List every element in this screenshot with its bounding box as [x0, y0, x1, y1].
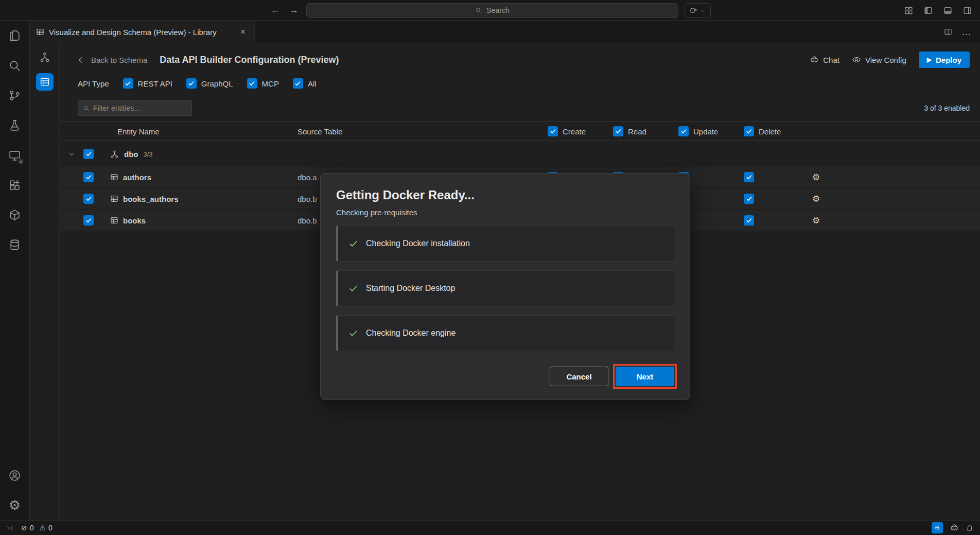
- explorer-icon[interactable]: [0, 21, 29, 50]
- notifications-bell-icon[interactable]: [966, 524, 974, 532]
- zoom-indicator[interactable]: [932, 522, 943, 533]
- designer-rail: [30, 43, 60, 520]
- table-icon: [110, 216, 118, 225]
- checkbox-delete[interactable]: [744, 215, 754, 226]
- remote-indicator[interactable]: [6, 524, 14, 532]
- tab-bar: Visualize and Design Schema (Preview) - …: [30, 21, 980, 43]
- session-button[interactable]: [685, 3, 711, 18]
- copilot-icon: [810, 55, 819, 64]
- warning-icon: ⚠: [40, 524, 46, 532]
- table-header: Entity Name Source Table Create Read: [60, 122, 980, 141]
- toggle-sidebar-left-icon[interactable]: [924, 6, 933, 15]
- deploy-button[interactable]: ▶ Deploy: [919, 51, 970, 68]
- row-settings-gear-icon[interactable]: ⚙: [812, 194, 820, 204]
- warning-count: 0: [48, 524, 52, 532]
- api-type-row: API Type REST API GraphQL MCP: [60, 72, 980, 95]
- check-icon: [348, 329, 358, 338]
- back-label: Back to Schema: [91, 56, 147, 64]
- deploy-label: Deploy: [936, 56, 961, 64]
- checkbox-delete[interactable]: [744, 172, 754, 182]
- group-count: 3/3: [144, 150, 153, 158]
- view-config-button[interactable]: View Config: [852, 55, 906, 64]
- back-to-schema-link[interactable]: Back to Schema: [78, 56, 147, 64]
- customize-layout-icon[interactable]: [904, 6, 913, 15]
- group-expand[interactable]: [60, 150, 83, 158]
- tab-schema-designer[interactable]: Visualize and Design Schema (Preview) - …: [30, 21, 255, 43]
- error-count: 0: [30, 524, 34, 532]
- nav-back-icon[interactable]: ←: [269, 5, 282, 16]
- remote-explorer-icon[interactable]: ×: [0, 140, 29, 170]
- api-builder-config-icon[interactable]: [36, 73, 54, 91]
- col-read: Read: [613, 126, 678, 136]
- col-delete: Delete: [744, 126, 809, 136]
- entity-name: books_authors: [123, 195, 179, 203]
- filter-text-field[interactable]: [93, 104, 187, 112]
- schema-visualize-icon[interactable]: [36, 48, 54, 66]
- checkbox-all[interactable]: [293, 78, 303, 89]
- tab-title: Visualize and Design Schema (Preview) - …: [49, 28, 217, 37]
- checkbox-row[interactable]: [83, 215, 94, 226]
- option-all[interactable]: All: [293, 78, 317, 89]
- group-row-dbo[interactable]: dbo 3/3: [60, 141, 980, 167]
- checkbox-row[interactable]: [83, 194, 94, 204]
- checkbox-update-all[interactable]: [678, 126, 689, 136]
- filter-search-icon: [83, 105, 90, 112]
- cancel-button[interactable]: Cancel: [550, 367, 608, 386]
- check-icon: [348, 284, 358, 294]
- checkbox-mcp[interactable]: [247, 78, 257, 89]
- test-explorer-icon[interactable]: [0, 110, 29, 140]
- checkbox-rest-api[interactable]: [123, 78, 133, 89]
- vscode-window: ← → Search: [0, 0, 980, 535]
- split-editor-icon[interactable]: [944, 28, 952, 36]
- checkbox-delete[interactable]: [744, 194, 754, 204]
- tab-close-icon[interactable]: ×: [238, 27, 248, 37]
- command-center: ← → Search: [269, 0, 711, 21]
- checkbox-read-all[interactable]: [613, 126, 623, 136]
- next-button[interactable]: Next: [616, 367, 674, 386]
- chat-button[interactable]: Chat: [810, 55, 839, 64]
- extensions-icon[interactable]: [0, 170, 29, 200]
- status-bar: ⊘ 0 ⚠ 0: [0, 520, 980, 535]
- chevron-down-icon: [700, 8, 706, 13]
- database-icon[interactable]: [0, 230, 29, 260]
- option-mcp[interactable]: MCP: [247, 78, 279, 89]
- problems-indicator[interactable]: ⊘ 0 ⚠ 0: [21, 524, 52, 532]
- session-icon: [690, 7, 697, 14]
- row-settings-gear-icon[interactable]: ⚙: [812, 172, 820, 182]
- checkbox-graphql[interactable]: [186, 78, 197, 89]
- more-actions-icon[interactable]: …: [961, 26, 972, 38]
- containers-icon[interactable]: [0, 200, 29, 230]
- checkbox-delete-all[interactable]: [744, 126, 754, 136]
- nav-forward-icon[interactable]: →: [288, 5, 300, 16]
- col-source-table: Source Table: [297, 127, 548, 136]
- source-control-icon[interactable]: [0, 80, 29, 110]
- search-view-icon[interactable]: [0, 50, 29, 80]
- entity-name: authors: [123, 173, 151, 182]
- option-rest-api[interactable]: REST API: [123, 78, 172, 89]
- page-header: Back to Schema Data API Builder Configur…: [60, 43, 980, 72]
- checkbox-row[interactable]: [83, 172, 94, 182]
- eye-icon: [852, 55, 861, 64]
- search-icon: [475, 7, 482, 14]
- dialog-title: Getting Docker Ready...: [336, 188, 674, 202]
- option-graphql[interactable]: GraphQL: [186, 78, 233, 89]
- col-update: Update: [678, 126, 744, 136]
- copilot-status-icon[interactable]: [950, 523, 959, 532]
- settings-gear-icon[interactable]: ⚙: [0, 490, 29, 520]
- checkbox-create-all[interactable]: [548, 126, 558, 136]
- option-label: REST API: [138, 79, 172, 88]
- toggle-sidebar-right-icon[interactable]: [963, 6, 972, 15]
- filter-entities-input[interactable]: [78, 100, 192, 116]
- tab-schema-icon: [36, 28, 44, 36]
- row-settings-gear-icon[interactable]: ⚙: [812, 216, 820, 226]
- title-bar: ← → Search: [0, 0, 980, 21]
- search-input[interactable]: Search: [306, 3, 678, 18]
- step-label: Checking Docker engine: [366, 329, 456, 338]
- error-icon: ⊘: [21, 524, 27, 532]
- toggle-panel-bottom-icon[interactable]: [943, 6, 952, 15]
- table-icon: [110, 173, 118, 181]
- checkbox-group-dbo[interactable]: [83, 149, 94, 159]
- col-entity-name: Entity Name: [102, 127, 297, 136]
- accounts-icon[interactable]: [0, 460, 29, 490]
- arrow-left-icon: [78, 56, 86, 64]
